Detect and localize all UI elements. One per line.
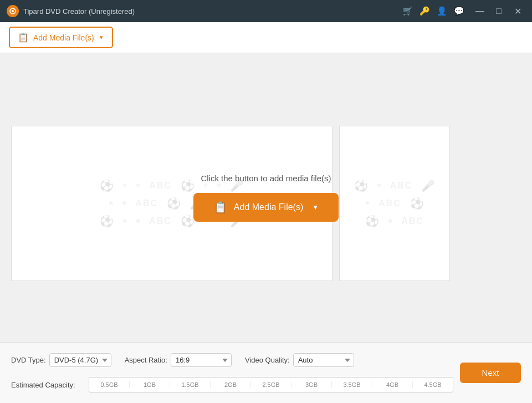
main-dropdown-arrow-icon: ▼ (312, 203, 319, 211)
main-add-media-button[interactable]: 📋 Add Media File(s) ▼ (193, 193, 339, 222)
video-quality-group: Video Quality: Auto High Medium Low (245, 353, 354, 367)
center-overlay: Click the button to add media file(s) 📋 … (193, 174, 339, 222)
tick-7: 4GB (372, 381, 412, 388)
next-button[interactable]: Next (460, 363, 521, 383)
capacity-bar: 0.5GB 1GB 1.5GB 2GB 2.5GB 3GB 3.5GB 4GB … (89, 377, 453, 392)
add-instruction-text: Click the button to add media file(s) (201, 174, 331, 183)
dvd-type-group: DVD Type: DVD-5 (4.7G) DVD-9 (8.5G) (11, 353, 111, 367)
add-media-main-icon: 📋 (213, 201, 227, 214)
capacity-row: Estimated Capacity: 0.5GB 1GB 1.5GB 2GB … (11, 377, 453, 392)
svg-point-1 (12, 10, 14, 12)
estimated-capacity-label: Estimated Capacity: (11, 381, 83, 389)
main-add-media-label: Add Media File(s) (234, 202, 303, 212)
tick-1: 1GB (129, 381, 170, 388)
main-content: ⚽✱✱ ABC ⚽✱✱ 🎤 ✱✱ ABC ⚽🎤ABC ⚽✱✱ ABC ⚽✱✱ 🎤 (0, 53, 532, 342)
dvd-type-select[interactable]: DVD-5 (4.7G) DVD-9 (8.5G) (49, 353, 111, 367)
tick-3: 2GB (210, 381, 250, 388)
key-icon[interactable]: 🔑 (420, 6, 430, 16)
titlebar: Tipard DVD Creator (Unregistered) 🛒 🔑 👤 … (0, 0, 532, 22)
dvd-type-label: DVD Type: (11, 356, 46, 364)
add-media-toolbar-icon: 📋 (18, 32, 29, 43)
tick-5: 3GB (291, 381, 331, 388)
cart-icon[interactable]: 🛒 (402, 6, 413, 16)
minimize-button[interactable]: — (472, 3, 488, 19)
aspect-ratio-group: Aspect Ratio: 16:9 4:3 (125, 353, 232, 367)
toolbar: 📋 Add Media File(s) ▼ (0, 22, 532, 53)
tick-4: 2.5GB (250, 381, 291, 388)
window-controls: — □ ✕ (472, 3, 525, 19)
toolbar-add-media-label: Add Media File(s) (33, 33, 94, 42)
chat-icon[interactable]: 💬 (454, 6, 464, 16)
bottom-bar: DVD Type: DVD-5 (4.7G) DVD-9 (8.5G) Aspe… (0, 342, 532, 403)
toolbar-dropdown-arrow-icon: ▼ (99, 34, 104, 40)
tick-6: 3.5GB (331, 381, 372, 388)
tick-8: 4.5GB (412, 381, 453, 388)
watermark-panel-right: ⚽✱ ABC 🎤 ✱ABC⚽ ⚽✱ ABC (339, 126, 450, 281)
video-quality-select[interactable]: Auto High Medium Low (293, 353, 354, 367)
maximize-button[interactable]: □ (491, 3, 507, 19)
video-quality-label: Video Quality: (245, 356, 290, 364)
tick-0: 0.5GB (89, 381, 129, 388)
app-title: Tipard DVD Creator (Unregistered) (23, 7, 402, 16)
toolbar-add-media-button[interactable]: 📋 Add Media File(s) ▼ (9, 27, 113, 48)
capacity-ticks: 0.5GB 1GB 1.5GB 2GB 2.5GB 3GB 3.5GB 4GB … (89, 378, 453, 392)
aspect-ratio-label: Aspect Ratio: (125, 356, 167, 364)
tick-2: 1.5GB (170, 381, 210, 388)
bottom-controls: DVD Type: DVD-5 (4.7G) DVD-9 (8.5G) Aspe… (11, 353, 453, 367)
aspect-ratio-select[interactable]: 16:9 4:3 (171, 353, 232, 367)
app-icon (7, 5, 19, 17)
tray-icons-group: 🛒 🔑 👤 💬 (402, 6, 464, 16)
user-icon[interactable]: 👤 (437, 6, 447, 16)
close-button[interactable]: ✕ (510, 3, 525, 19)
